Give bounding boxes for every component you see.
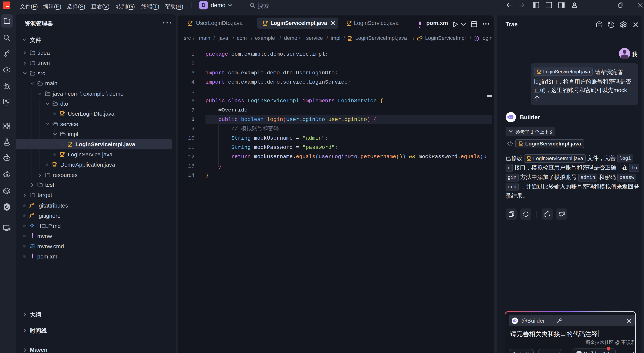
svg-text:f: f (476, 37, 477, 40)
